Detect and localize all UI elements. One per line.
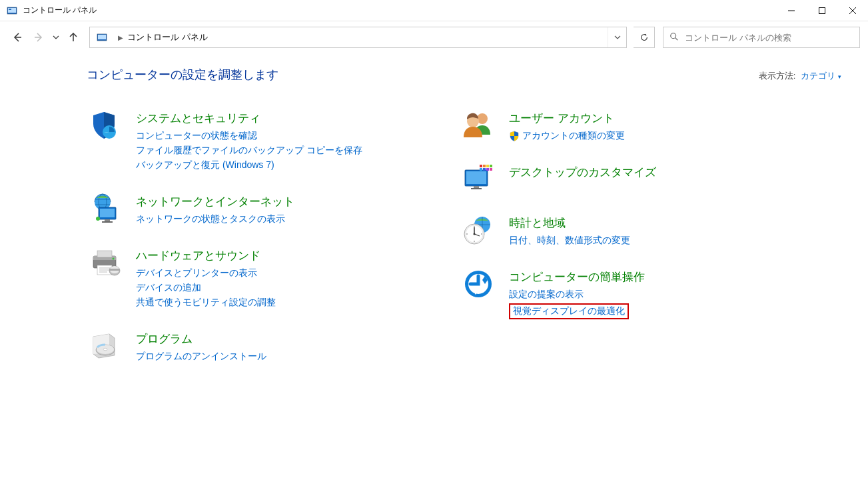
disc-box-icon	[87, 330, 124, 362]
category-link[interactable]: ファイル履歴でファイルのバックアップ コピーを保存	[136, 145, 362, 157]
svg-point-12	[671, 33, 676, 38]
search-icon	[663, 32, 685, 43]
globe-monitor-icon	[87, 193, 124, 225]
window-controls	[776, 0, 868, 21]
category-system-security: システムとセキュリティ コンピューターの状態を確認 ファイル履歴でファイルのバッ…	[87, 109, 433, 174]
category-link[interactable]: アカウントの種類の変更	[509, 130, 625, 142]
svg-rect-45	[490, 165, 492, 167]
category-title[interactable]: コンピューターの簡単操作	[509, 269, 645, 285]
minimize-button[interactable]	[776, 0, 807, 21]
title-bar: コントロール パネル	[0, 0, 868, 21]
svg-point-29	[113, 258, 115, 260]
view-by-label: 表示方法:	[759, 70, 796, 82]
svg-rect-49	[490, 168, 492, 171]
chevron-right-icon[interactable]: ▶	[118, 34, 123, 41]
up-button[interactable]	[64, 28, 83, 47]
chevron-down-icon: ▾	[838, 73, 841, 80]
categories-grid: システムとセキュリティ コンピューターの状態を確認 ファイル履歴でファイルのバッ…	[87, 109, 841, 384]
app-icon	[7, 5, 17, 16]
category-link[interactable]: デバイスとプリンターの表示	[136, 267, 276, 279]
svg-rect-44	[486, 165, 489, 167]
forward-button[interactable]	[29, 28, 48, 47]
nav-bar: ▶ コントロール パネル	[0, 21, 868, 53]
svg-rect-47	[483, 168, 486, 171]
category-title[interactable]: プログラム	[136, 331, 266, 347]
content-area: コンピューターの設定を調整します 表示方法: カテゴリ ▾	[0, 53, 868, 397]
category-link[interactable]: コンピューターの状態を確認	[136, 130, 362, 142]
address-dropdown[interactable]	[608, 27, 626, 47]
svg-rect-40	[474, 186, 479, 188]
svg-rect-18	[100, 209, 115, 217]
category-network: ネットワークとインターネット ネットワークの状態とタスクの表示	[87, 193, 433, 228]
svg-rect-20	[102, 221, 113, 223]
control-panel-icon	[94, 29, 110, 45]
category-title[interactable]: ネットワークとインターネット	[136, 194, 294, 209]
category-title[interactable]: デスクトップのカスタマイズ	[509, 165, 656, 180]
category-appearance: デスクトップのカスタマイズ	[460, 163, 806, 195]
category-ease-of-access: コンピューターの簡単操作 設定の提案の表示 視覚ディスプレイの最適化	[460, 268, 806, 322]
clock-globe-icon	[460, 214, 497, 246]
svg-rect-19	[105, 219, 110, 221]
svg-rect-46	[480, 168, 482, 171]
maximize-button[interactable]	[807, 0, 837, 21]
category-hardware: ハードウェアとサウンド デバイスとプリンターの表示 デバイスの追加 共通で使うモ…	[87, 247, 433, 311]
page-heading: コンピューターの設定を調整します	[87, 67, 759, 83]
svg-rect-11	[98, 35, 106, 39]
view-by-dropdown[interactable]: カテゴリ ▾	[801, 70, 841, 82]
left-column: システムとセキュリティ コンピューターの状態を確認 ファイル履歴でファイルのバッ…	[87, 109, 433, 384]
category-link[interactable]: バックアップと復元 (Windows 7)	[136, 159, 362, 171]
breadcrumb[interactable]: コントロール パネル	[127, 31, 208, 43]
category-link[interactable]: 設定の提案の表示	[509, 289, 645, 301]
svg-rect-43	[483, 165, 486, 167]
search-input[interactable]	[685, 33, 859, 43]
shield-icon	[87, 109, 124, 141]
svg-rect-42	[480, 165, 482, 167]
category-title[interactable]: 時計と地域	[509, 215, 630, 231]
back-button[interactable]	[8, 28, 27, 47]
svg-point-55	[474, 233, 476, 235]
svg-rect-32	[109, 269, 120, 271]
svg-line-13	[675, 37, 678, 40]
svg-rect-41	[471, 188, 482, 189]
svg-point-35	[103, 348, 107, 350]
search-box[interactable]	[663, 27, 860, 48]
svg-rect-4	[819, 7, 825, 13]
svg-point-21	[96, 217, 100, 221]
category-link[interactable]: 日付、時刻、数値形式の変更	[509, 235, 630, 247]
svg-rect-48	[486, 168, 489, 171]
svg-rect-24	[97, 251, 112, 257]
category-link[interactable]: 共通で使うモビリティ設定の調整	[136, 297, 276, 309]
monitor-palette-icon	[460, 163, 497, 195]
svg-rect-2	[9, 9, 11, 10]
refresh-button[interactable]	[634, 27, 655, 48]
recent-dropdown[interactable]	[51, 28, 61, 47]
svg-point-58	[474, 241, 475, 242]
printer-icon	[87, 247, 124, 279]
category-link-highlighted[interactable]: 視覚ディスプレイの最適化	[509, 303, 629, 319]
category-programs: プログラム プログラムのアンインストール	[87, 330, 433, 365]
svg-point-59	[466, 233, 468, 235]
category-link[interactable]: ネットワークの状態とタスクの表示	[136, 213, 294, 225]
category-user-accounts: ユーザー アカウント アカウントの種類の変更	[460, 109, 806, 145]
svg-point-56	[474, 226, 475, 227]
category-title[interactable]: ハードウェアとサウンド	[136, 248, 276, 263]
view-by: 表示方法: カテゴリ ▾	[759, 70, 841, 82]
category-link[interactable]: プログラムのアンインストール	[136, 351, 266, 363]
category-title[interactable]: ユーザー アカウント	[509, 111, 625, 126]
address-bar[interactable]: ▶ コントロール パネル	[89, 27, 627, 48]
category-link[interactable]: デバイスの追加	[136, 282, 276, 294]
uac-shield-icon	[509, 131, 520, 141]
close-button[interactable]	[837, 0, 868, 21]
svg-rect-39	[466, 171, 486, 184]
category-clock-region: 時計と地域 日付、時刻、数値形式の変更	[460, 214, 806, 249]
window-title: コントロール パネル	[23, 5, 776, 16]
right-column: ユーザー アカウント アカウントの種類の変更	[460, 109, 806, 384]
svg-point-57	[481, 233, 482, 235]
ease-of-access-icon	[460, 268, 497, 300]
content-header: コンピューターの設定を調整します 表示方法: カテゴリ ▾	[87, 67, 841, 83]
users-icon	[460, 109, 497, 141]
category-title[interactable]: システムとセキュリティ	[136, 111, 362, 126]
